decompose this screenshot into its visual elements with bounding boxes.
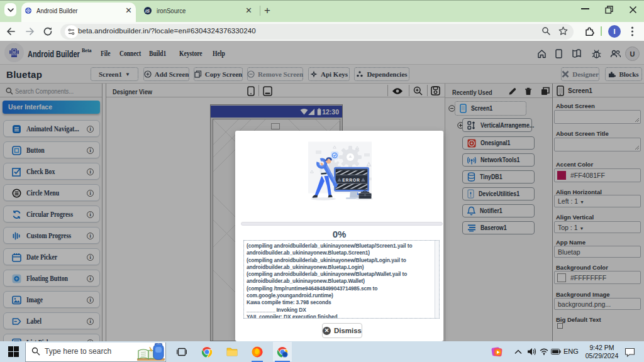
svg-text:ERROR: ERROR	[342, 178, 360, 182]
